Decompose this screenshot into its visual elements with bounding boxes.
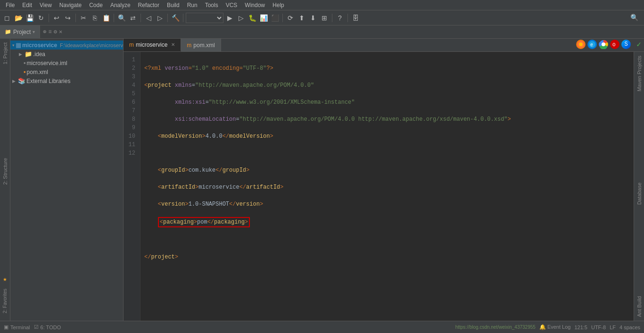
run-config-add[interactable]: ▶: [224, 13, 235, 23]
sync-button[interactable]: ↻: [36, 13, 46, 23]
code-line-3: xmlns:xsi="http://www.w3.org/2001/XMLSch…: [144, 98, 640, 107]
indent-indicator[interactable]: 4 spaces: [619, 325, 640, 330]
stop-button[interactable]: ⬛: [270, 13, 280, 23]
toolbar-sep-2: [75, 14, 76, 22]
cut-button[interactable]: ✂: [78, 13, 89, 23]
editor-tab-microservice[interactable]: m microservice ✕: [124, 39, 181, 51]
redo-button[interactable]: ↪: [63, 13, 73, 23]
toolbar-sep-9: [347, 14, 348, 22]
maven-projects-tab[interactable]: Maven Projects: [635, 52, 644, 95]
menu-refactor[interactable]: Refactor: [134, 1, 163, 9]
project-tab[interactable]: 📁 Project ▾: [0, 25, 40, 39]
tree-root-name: microservice: [22, 42, 57, 49]
undo-button[interactable]: ↩: [51, 13, 62, 23]
find-replace-button[interactable]: ⇄: [128, 13, 138, 23]
line-sep-indicator[interactable]: LF: [610, 325, 616, 330]
tree-arrow-extlibs: ▶: [12, 79, 17, 83]
vcs2-button[interactable]: ⬇: [308, 13, 318, 23]
chrome-icon[interactable]: [599, 40, 608, 49]
update-button[interactable]: ⟳: [285, 13, 296, 23]
tab-favorites[interactable]: 2: Favorites: [1, 285, 9, 317]
editor-tab-pom-label: pom.xml: [193, 42, 215, 49]
tree-item-idea[interactable]: ▶ 📁 .idea: [10, 50, 123, 58]
help-button[interactable]: ?: [335, 13, 345, 23]
svg-point-1: [579, 42, 583, 46]
menu-help[interactable]: Help: [269, 1, 288, 9]
code-editor[interactable]: 1 2 3 4 5 6 7 8 9 10 11 12 <?xml version…: [124, 52, 644, 321]
build-button[interactable]: 🔨: [170, 13, 181, 23]
browser-icons-area: e O S: [576, 40, 631, 49]
line-numbers: 1 2 3 4 5 6 7 8 9 10 11 12: [124, 52, 140, 321]
tree-item-extlibs[interactable]: ▶ 📚 External Libraries: [10, 76, 123, 85]
project-panel-action-close[interactable]: ✕: [59, 28, 62, 35]
menu-edit[interactable]: Edit: [18, 1, 36, 9]
back-button[interactable]: ◁: [143, 13, 154, 23]
editor-tab-pom[interactable]: m pom.xml: [181, 39, 221, 51]
tree-item-pom[interactable]: ▪ pom.xml: [10, 67, 123, 76]
libs-icon: 📚: [18, 77, 25, 84]
new-button[interactable]: ◻: [2, 13, 12, 23]
firefox-icon[interactable]: [576, 40, 586, 49]
project-tab-arrow[interactable]: ▾: [33, 29, 35, 34]
terminal-btn[interactable]: ⊞: [319, 13, 330, 23]
code-content[interactable]: <?xml version="1.0" encoding="UTF-8"?> <…: [140, 52, 644, 321]
todo-button[interactable]: ☑ 6: TODO: [34, 324, 61, 330]
code-line-2: <project xmlns="http://maven.apache.org/…: [144, 81, 640, 90]
menu-file[interactable]: File: [2, 1, 18, 9]
status-bar: ▣ Terminal ☑ 6: TODO https://blog.csdn.n…: [0, 321, 644, 333]
terminal-button[interactable]: ▣ Terminal: [4, 324, 30, 330]
run-button[interactable]: ▷: [236, 13, 246, 23]
editor-area: m microservice ✕ m pom.xml e: [124, 39, 644, 321]
run-config-dropdown[interactable]: [186, 13, 223, 23]
safari-icon[interactable]: S: [621, 40, 631, 49]
toolbar-sep-3: [114, 14, 114, 22]
project-panel-action-new[interactable]: ⊕: [43, 28, 46, 35]
open-button[interactable]: 📂: [13, 13, 24, 23]
project-panel: ▾ ▦ microservice F:\ideaworkplace\micros…: [10, 39, 124, 321]
ant-build-tab[interactable]: Ant Build: [635, 292, 644, 321]
project-panel-action-sync[interactable]: ≡: [49, 29, 52, 35]
iml-icon: ▪: [24, 59, 26, 67]
menu-build[interactable]: Build: [163, 1, 183, 9]
menu-navigate[interactable]: Navigate: [56, 1, 85, 9]
tree-item-root[interactable]: ▾ ▦ microservice F:\ideaworkplace\micros…: [10, 41, 123, 50]
menu-vcs[interactable]: VCS: [222, 1, 241, 9]
find-button[interactable]: 🔍: [116, 13, 127, 23]
opera-icon[interactable]: O: [610, 40, 619, 49]
vcs-button[interactable]: ⬆: [297, 13, 307, 23]
menu-run[interactable]: Run: [183, 1, 201, 9]
svg-text:e: e: [590, 42, 593, 48]
menu-tools[interactable]: Tools: [201, 1, 222, 9]
paste-button[interactable]: 📋: [101, 13, 111, 23]
database-toolbar-button[interactable]: 🗄: [350, 13, 361, 23]
status-left: ▣ Terminal ☑ 6: TODO: [4, 324, 61, 330]
menu-window[interactable]: Window: [241, 1, 269, 9]
tab-project[interactable]: 1: Project: [1, 39, 9, 68]
right-panel-tabs: Maven Projects Database Ant Build: [634, 52, 644, 321]
code-line-8: <artifactId>microservice</artifactId>: [144, 183, 640, 191]
module-icon: ▦: [16, 42, 21, 49]
tab-structure[interactable]: 2: Structure: [1, 154, 9, 189]
save-all-button[interactable]: 💾: [25, 13, 35, 23]
encoding-indicator[interactable]: UTF-8: [591, 325, 606, 330]
xml-icon-pom: ▪: [24, 68, 26, 75]
ie-icon[interactable]: e: [587, 40, 597, 49]
project-panel-action-settings[interactable]: ⚙: [54, 28, 57, 35]
editor-tab-microservice-close[interactable]: ✕: [171, 42, 175, 47]
forward-button[interactable]: ▷: [155, 13, 165, 23]
debug-button[interactable]: 🐛: [247, 13, 257, 23]
tree-item-iml[interactable]: ▪ microservice.iml: [10, 58, 123, 67]
toolbar-sep-8: [332, 14, 332, 22]
menu-analyze[interactable]: Analyze: [107, 1, 134, 9]
editor-tab-microservice-label: microservice: [136, 42, 167, 48]
copy-button[interactable]: ⎘: [90, 13, 100, 23]
menu-view[interactable]: View: [36, 1, 56, 9]
code-line-1: <?xml version="1.0" encoding="UTF-8"?>: [144, 64, 640, 73]
menu-code[interactable]: Code: [85, 1, 107, 9]
coverage-button[interactable]: 📊: [258, 13, 269, 23]
search-everywhere-icon[interactable]: 🔍: [627, 13, 642, 23]
terminal-icon: ▣: [4, 324, 8, 330]
database-tab[interactable]: Database: [635, 179, 644, 208]
event-log-label[interactable]: 🔔 Event Log: [539, 324, 571, 330]
status-right: https://blog.csdn.net/weixin_43732955 🔔 …: [455, 324, 640, 330]
